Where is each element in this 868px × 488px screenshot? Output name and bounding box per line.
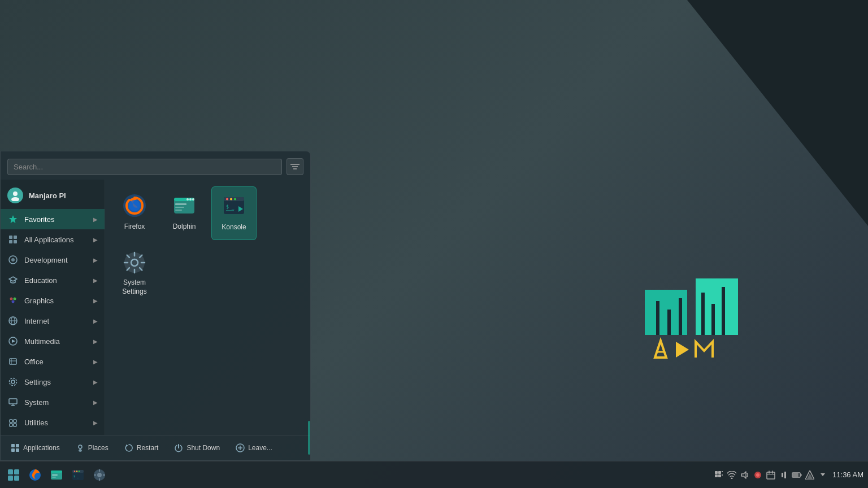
search-filter-button[interactable] bbox=[287, 158, 303, 175]
sidebar-item-education-label: Education bbox=[24, 276, 57, 285]
svg-point-35 bbox=[11, 380, 15, 384]
taskbar-firefox-icon[interactable] bbox=[26, 466, 44, 484]
grid-tray-icon[interactable] bbox=[714, 470, 724, 480]
chevron-right-icon: ▶ bbox=[93, 399, 98, 406]
sidebar-item-multimedia[interactable]: Multimedia ▶ bbox=[1, 331, 105, 351]
network-signal-icon[interactable] bbox=[805, 470, 815, 480]
shutdown-button[interactable]: Shut Down bbox=[171, 441, 223, 455]
taskbar-extra-icon[interactable] bbox=[90, 466, 108, 484]
app-item-konsole[interactable]: $ _ Konsole bbox=[211, 186, 257, 240]
svg-marker-16 bbox=[9, 215, 17, 223]
system-tray bbox=[714, 470, 828, 480]
expand-icon[interactable] bbox=[818, 470, 828, 480]
svg-point-59 bbox=[234, 198, 236, 201]
applications-button[interactable]: Applications bbox=[7, 441, 63, 455]
sidebar-item-graphics[interactable]: Graphics ▶ bbox=[1, 290, 105, 311]
app-item-firefox[interactable]: Firefox bbox=[112, 186, 157, 240]
network-icon[interactable] bbox=[727, 470, 737, 480]
leave-button-label: Leave... bbox=[248, 444, 272, 452]
svg-marker-77 bbox=[126, 445, 128, 447]
leave-button[interactable]: Leave... bbox=[232, 441, 276, 455]
sidebar-item-internet[interactable]: Internet ▶ bbox=[1, 311, 105, 331]
sidebar-item-education[interactable]: Education ▶ bbox=[1, 270, 105, 290]
star-icon bbox=[7, 213, 19, 225]
svg-point-92 bbox=[74, 470, 75, 472]
search-input[interactable] bbox=[7, 159, 282, 175]
svg-point-53 bbox=[189, 198, 192, 201]
svg-rect-74 bbox=[11, 448, 15, 452]
svg-point-76 bbox=[79, 445, 82, 448]
sidebar-item-office[interactable]: Office ▶ bbox=[1, 351, 105, 372]
sidebar-item-settings[interactable]: Settings ▶ bbox=[1, 372, 105, 392]
svg-marker-8 bbox=[655, 341, 666, 358]
firefox-app-icon bbox=[121, 192, 148, 219]
svg-marker-23 bbox=[9, 277, 17, 281]
svg-marker-123 bbox=[821, 473, 825, 476]
places-button[interactable]: Places bbox=[72, 441, 112, 455]
svg-rect-117 bbox=[784, 472, 786, 478]
volume-icon[interactable] bbox=[779, 470, 789, 480]
record-icon[interactable] bbox=[753, 470, 763, 480]
svg-rect-87 bbox=[51, 470, 62, 473]
svg-rect-5 bbox=[701, 293, 705, 335]
konsole-label: Konsole bbox=[222, 223, 246, 232]
sidebar-item-system-label: System bbox=[24, 398, 49, 407]
sidebar-item-development[interactable]: Development ▶ bbox=[1, 250, 105, 270]
system-icon bbox=[7, 396, 19, 408]
svg-rect-2 bbox=[656, 301, 659, 335]
svg-rect-4 bbox=[679, 298, 682, 335]
user-profile[interactable]: Manjaro PI bbox=[1, 182, 105, 209]
chevron-right-icon: ▶ bbox=[93, 257, 98, 263]
svg-marker-109 bbox=[741, 472, 746, 478]
svg-rect-20 bbox=[14, 240, 17, 243]
svg-rect-88 bbox=[52, 474, 58, 476]
svg-point-25 bbox=[14, 298, 16, 300]
education-icon bbox=[7, 274, 19, 286]
places-button-label: Places bbox=[88, 444, 108, 452]
svg-rect-32 bbox=[10, 359, 16, 364]
sidebar: Manjaro PI Favorites ▶ bbox=[1, 180, 105, 435]
chevron-right-icon: ▶ bbox=[93, 338, 98, 345]
sidebar-item-system[interactable]: System ▶ bbox=[1, 392, 105, 412]
svg-rect-81 bbox=[8, 469, 13, 474]
app-item-system-settings[interactable]: System Settings bbox=[112, 245, 157, 298]
sidebar-item-favorites[interactable]: Favorites ▶ bbox=[1, 209, 105, 229]
shutdown-button-label: Shut Down bbox=[186, 444, 220, 452]
chevron-right-icon: ▶ bbox=[93, 359, 98, 365]
battery-icon[interactable] bbox=[792, 470, 802, 480]
restart-button[interactable]: Restart bbox=[121, 441, 162, 455]
start-menu: Manjaro PI Favorites ▶ bbox=[0, 151, 311, 461]
svg-rect-83 bbox=[8, 476, 13, 481]
sidebar-item-internet-label: Internet bbox=[24, 317, 49, 325]
sound-icon[interactable] bbox=[740, 470, 750, 480]
taskbar-dolphin-icon[interactable] bbox=[47, 466, 66, 484]
svg-rect-72 bbox=[11, 444, 15, 447]
svg-rect-119 bbox=[801, 474, 802, 476]
firefox-label: Firefox bbox=[124, 223, 145, 232]
svg-point-93 bbox=[76, 470, 77, 472]
chevron-right-icon: ▶ bbox=[93, 298, 98, 304]
utilities-icon bbox=[7, 417, 19, 428]
desktop: Manjaro PI Favorites ▶ bbox=[0, 0, 868, 488]
svg-point-97 bbox=[97, 473, 102, 477]
grid-icon bbox=[7, 234, 19, 245]
sidebar-item-settings-label: Settings bbox=[24, 378, 51, 386]
search-area bbox=[1, 151, 310, 180]
sidebar-item-utilities[interactable]: Utilities ▶ bbox=[1, 412, 105, 433]
dolphin-label: Dolphin bbox=[173, 223, 196, 232]
taskbar: $ _ bbox=[0, 461, 868, 488]
apps-panel: Firefox bbox=[105, 180, 310, 435]
taskbar-applications-button[interactable] bbox=[5, 466, 23, 484]
svg-point-36 bbox=[10, 378, 17, 386]
app-item-dolphin[interactable]: Dolphin bbox=[162, 186, 207, 240]
calendar-icon[interactable] bbox=[766, 470, 776, 480]
svg-point-22 bbox=[11, 258, 15, 262]
svg-rect-17 bbox=[9, 236, 12, 239]
svg-rect-112 bbox=[767, 472, 775, 479]
taskbar-konsole-icon[interactable]: $ _ bbox=[69, 466, 87, 484]
system-settings-label: System Settings bbox=[114, 278, 155, 296]
svg-point-54 bbox=[186, 198, 189, 201]
svg-rect-84 bbox=[14, 476, 19, 481]
sidebar-item-all-applications[interactable]: All Applications ▶ bbox=[1, 229, 105, 250]
svg-point-24 bbox=[10, 298, 13, 300]
